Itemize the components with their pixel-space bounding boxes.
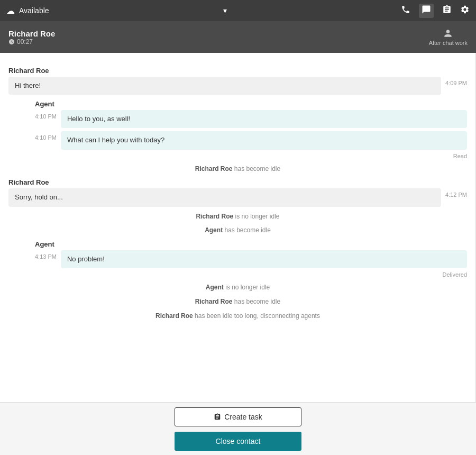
chevron-down-icon[interactable]: ▾ <box>223 6 227 15</box>
system-msg-2-text: is no longer idle <box>235 213 279 220</box>
bottom-actions: Create task Close contact <box>0 402 476 455</box>
agent-section-2: Agent 4:13 PM No problem! Delivered <box>8 240 467 278</box>
after-chat-work: After chat work <box>429 28 468 46</box>
system-msg-1-bold: Richard Roe <box>195 165 233 172</box>
system-msg-2-bold: Richard Roe <box>196 213 233 220</box>
customer-section-1: Richard Roe Hi there! 4:09 PM <box>8 67 467 95</box>
customer-section-2: Richard Roe Sorry, hold on... 4:12 PM <box>8 178 467 206</box>
timer-value: 00:27 <box>17 38 33 46</box>
system-msg-6-bold: Richard Roe <box>155 312 193 320</box>
timestamp-4: 4:12 PM <box>441 188 467 198</box>
clipboard-icon[interactable] <box>442 5 452 16</box>
agent-bubble-1: Hello to you, as well! <box>61 110 467 128</box>
timestamp-2: 4:10 PM <box>35 110 61 120</box>
phone-icon[interactable] <box>401 5 410 16</box>
agent-section-1: Agent 4:10 PM Hello to you, as well! 4:1… <box>8 100 467 159</box>
agent-bubble-3: No problem! <box>61 250 467 268</box>
contact-name: Richard Roe <box>8 29 55 38</box>
nav-right <box>401 4 470 18</box>
customer-name-label-2: Richard Roe <box>8 178 467 186</box>
message-row-2: 4:10 PM Hello to you, as well! <box>8 110 467 128</box>
agent-name-label-2: Agent <box>8 240 467 248</box>
gear-icon[interactable] <box>460 5 470 16</box>
contact-header: Richard Roe 00:27 After chat work <box>0 21 476 53</box>
create-task-label: Create task <box>224 413 262 421</box>
cloud-icon: ☁ <box>6 6 15 16</box>
system-msg-4: Agent is no longer idle <box>8 283 467 292</box>
close-contact-button[interactable]: Close contact <box>175 432 301 451</box>
message-row-5: 4:13 PM No problem! <box>8 250 467 268</box>
message-row-4: Sorry, hold on... 4:12 PM <box>8 188 467 206</box>
timestamp-5: 4:13 PM <box>35 250 61 260</box>
customer-name-label-1: Richard Roe <box>8 67 467 75</box>
system-msg-4-bold: Agent <box>206 284 224 291</box>
contact-info: Richard Roe 00:27 <box>8 29 55 46</box>
system-msg-1: Richard Roe has become idle <box>8 165 467 174</box>
read-status: Read <box>8 153 467 159</box>
create-task-button[interactable]: Create task <box>175 407 301 426</box>
status-label[interactable]: Available <box>19 6 49 15</box>
system-msg-5-bold: Richard Roe <box>195 298 233 305</box>
contact-timer: 00:27 <box>8 38 55 46</box>
system-msg-6-text: has been idle too long, disconnecting ag… <box>195 312 320 320</box>
system-msg-3-text: has become idle <box>224 226 270 234</box>
system-msg-1-text: has become idle <box>234 165 280 172</box>
customer-bubble-1: Hi there! <box>8 77 441 95</box>
system-msg-3: Agent has become idle <box>8 226 467 235</box>
delivered-status: Delivered <box>8 271 467 278</box>
nav-center[interactable]: ▾ <box>223 6 227 15</box>
system-msg-3-bold: Agent <box>205 226 223 234</box>
chat-area[interactable]: Richard Roe Hi there! 4:09 PM Agent 4:10… <box>0 53 476 402</box>
system-msg-2: Richard Roe is no longer idle <box>8 212 467 221</box>
message-row-1: Hi there! 4:09 PM <box>8 77 467 95</box>
message-row-3: 4:10 PM What can I help you with today? <box>8 131 467 149</box>
timestamp-1: 4:09 PM <box>441 77 467 86</box>
system-msg-5-text: has become idle <box>234 298 280 305</box>
after-chat-label: After chat work <box>429 40 468 46</box>
agent-name-label-1: Agent <box>8 100 467 108</box>
system-msg-4-text: is no longer idle <box>225 284 270 291</box>
customer-bubble-2: Sorry, hold on... <box>8 188 441 206</box>
nav-left: ☁ Available <box>6 6 49 16</box>
system-msg-5: Richard Roe has become idle <box>8 297 467 306</box>
agent-bubble-2: What can I help you with today? <box>61 131 467 149</box>
timestamp-3: 4:10 PM <box>35 131 61 141</box>
chat-icon[interactable] <box>419 4 434 18</box>
system-msg-6: Richard Roe has been idle too long, disc… <box>8 312 467 321</box>
top-nav: ☁ Available ▾ <box>0 0 476 21</box>
